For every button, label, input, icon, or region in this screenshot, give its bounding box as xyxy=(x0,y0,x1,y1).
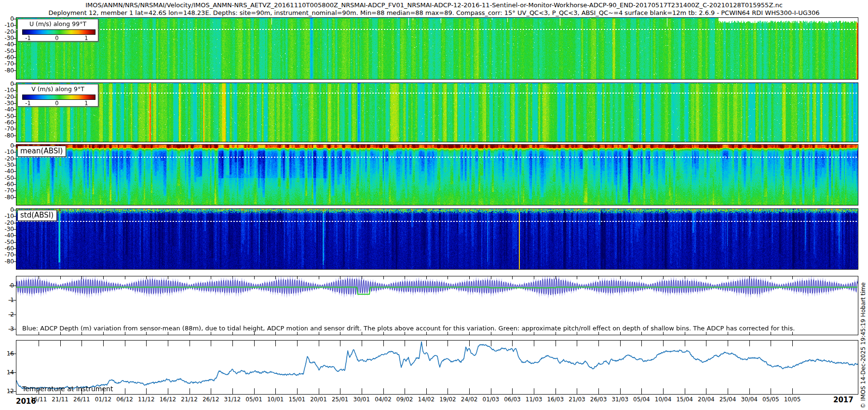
depth-variation-ytick-mark xyxy=(9,300,16,301)
depth-variation-ytick-mark xyxy=(9,314,16,315)
x-date-tick-label: 30/01 xyxy=(350,396,374,403)
x-date-tick-label: 26/11 xyxy=(69,396,94,403)
depth-tick-label: -20 xyxy=(1,155,14,162)
v-colorbar-tick-zero: 0 xyxy=(52,100,62,107)
panel-v-velocity: V (m/s) along 9°T -1 0 1 xyxy=(16,82,858,142)
x-date-tick-label: 10/05 xyxy=(780,396,804,403)
depth-tick-mark xyxy=(14,178,16,178)
depth-tick-mark xyxy=(14,84,16,84)
x-date-tick-label: 05/01 xyxy=(242,396,266,403)
mean-absi-label-box: mean(ABSI) xyxy=(17,146,66,157)
depth-tick-mark xyxy=(14,64,16,64)
x-date-tick-label: 01/12 xyxy=(91,396,115,403)
depth-tick-mark xyxy=(14,152,16,152)
depth-tick-label: -20 xyxy=(1,28,14,35)
x-date-tick-label: 15/01 xyxy=(285,396,309,403)
x-date-tick-label: 11/12 xyxy=(134,396,158,403)
depth-tick-label: -30 xyxy=(1,162,14,168)
depth-tick-mark xyxy=(14,229,16,230)
x-axis-end-year-label: 2017 xyxy=(833,396,854,404)
depth-tick-mark xyxy=(14,32,16,32)
u-colorbar-tick-zero: 0 xyxy=(52,35,62,41)
x-date-tick-label: 21/03 xyxy=(565,396,589,403)
depth-tick-mark xyxy=(14,129,16,129)
x-date-tick-label: 20/01 xyxy=(307,396,331,403)
u-legend-title: U (m/s) along 99°T xyxy=(18,19,98,27)
depth-tick-label: -30 xyxy=(1,35,14,41)
x-date-tick-label: 11/03 xyxy=(522,396,546,403)
u-colorbar-gradient xyxy=(22,29,95,35)
depth-tick-mark xyxy=(14,223,16,223)
depth-tick-label: -80 xyxy=(1,194,14,201)
depth-variation-ytick-mark xyxy=(9,329,16,329)
depth-tick-mark xyxy=(14,184,16,185)
x-date-tick-label: 20/04 xyxy=(694,396,718,403)
depth-tick-label: -20 xyxy=(1,94,14,100)
x-date-tick-label: 01/03 xyxy=(479,396,503,403)
v-colorbar-tick-pos1: 1 xyxy=(81,100,91,107)
depth-tick-mark xyxy=(14,197,16,198)
x-date-tick-label: 31/03 xyxy=(608,396,632,403)
x-date-tick-label: 25/04 xyxy=(716,396,740,403)
std-absi-heatmap xyxy=(16,209,858,269)
depth-tick-mark xyxy=(14,103,16,104)
depth-tick-label: -30 xyxy=(1,226,14,232)
depth-tick-label: -60 xyxy=(1,181,14,188)
x-date-tick-label: 25/01 xyxy=(328,396,352,403)
depth-tick-mark xyxy=(14,44,16,45)
adcp-deployment-summary-figure: IMOS/ANMN/NRS/NRSMAI/Velocity/IMOS_ANMN-… xyxy=(0,0,868,410)
v-legend-title: V (m/s) along 9°T xyxy=(18,84,98,93)
x-date-tick-label: 06/12 xyxy=(113,396,137,403)
depth-tick-mark xyxy=(14,70,16,71)
u-colorbar-tick-pos1: 1 xyxy=(81,35,91,41)
figure-subtitle-deployment-info: Deployment 12, member 1 lat=42.6S lon=14… xyxy=(48,9,819,16)
panel-mean-absi: mean(ABSI) xyxy=(16,144,858,205)
panel-depth-variation: Blue: ADCP Depth (m) variation from sens… xyxy=(16,276,858,335)
temperature-ytick-mark xyxy=(9,354,16,354)
depth-tick-mark xyxy=(14,171,16,172)
depth-tick-mark xyxy=(14,248,16,249)
x-date-tick-label: 04/02 xyxy=(371,396,395,403)
depth-tick-label: -60 xyxy=(1,119,14,126)
depth-tick-label: 0 xyxy=(1,206,14,213)
u-colorbar-legend: U (m/s) along 99°T -1 0 1 xyxy=(17,19,98,41)
x-date-tick-label: 21/11 xyxy=(48,396,72,403)
depth-variation-ytick-mark xyxy=(9,286,16,286)
depth-tick-label: -60 xyxy=(1,54,14,61)
depth-tick-label: -10 xyxy=(1,22,14,28)
v-colorbar-gradient xyxy=(22,95,95,100)
temperature-ytick-mark xyxy=(9,372,16,373)
x-date-tick-label: 10/01 xyxy=(263,396,287,403)
depth-tick-mark xyxy=(14,242,16,243)
depth-tick-label: -70 xyxy=(1,60,14,67)
v-velocity-heatmap xyxy=(16,83,858,142)
x-date-tick-label: 21/12 xyxy=(177,396,202,403)
x-date-tick-label: 15/04 xyxy=(673,396,697,403)
depth-tick-mark xyxy=(14,97,16,97)
x-date-tick-label: 14/02 xyxy=(414,396,438,403)
x-date-tick-label: 24/02 xyxy=(457,396,481,403)
x-date-tick-label: 16/12 xyxy=(156,396,180,403)
depth-tick-mark xyxy=(14,159,16,159)
x-date-tick-label: 19/02 xyxy=(435,396,460,403)
temperature-label: Temperature at instrument xyxy=(22,385,113,393)
depth-tick-label: -50 xyxy=(1,48,14,55)
x-date-tick-label: 30/04 xyxy=(737,396,761,403)
depth-tick-mark xyxy=(14,123,16,123)
depth-tick-mark xyxy=(14,57,16,58)
depth-tick-mark xyxy=(14,90,16,91)
depth-tick-label: -10 xyxy=(1,213,14,219)
x-date-tick-label: 26/03 xyxy=(586,396,610,403)
depth-tick-mark xyxy=(14,261,16,262)
depth-tick-label: -40 xyxy=(1,106,14,113)
depth-tick-mark xyxy=(14,38,16,39)
depth-variation-annotation: Blue: ADCP Depth (m) variation from sens… xyxy=(22,325,795,332)
depth-tick-mark xyxy=(14,136,16,136)
figure-title-filename: IMOS/ANMN/NRS/NRSMAI/Velocity/IMOS_ANMN-… xyxy=(85,1,783,9)
depth-tick-label: -30 xyxy=(1,100,14,107)
depth-tick-mark xyxy=(14,235,16,236)
depth-tick-label: -70 xyxy=(1,251,14,258)
depth-tick-label: -60 xyxy=(1,245,14,252)
depth-tick-label: -50 xyxy=(1,113,14,120)
depth-tick-mark xyxy=(14,255,16,255)
